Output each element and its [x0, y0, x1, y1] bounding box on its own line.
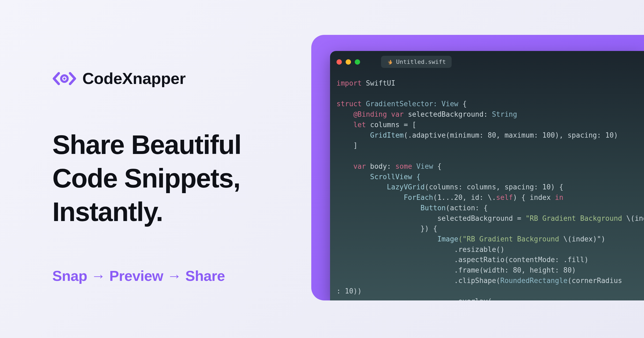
swift-icon: [387, 59, 393, 65]
titlebar: Untitled.swift: [330, 51, 644, 73]
arrow-icon: →: [91, 268, 106, 284]
tagline-step-preview: Preview: [109, 268, 163, 284]
file-tab-label: Untitled.swift: [396, 58, 446, 65]
tagline-step-share: Share: [185, 268, 225, 284]
maximize-icon[interactable]: [355, 59, 360, 65]
headline: Share BeautifulCode Snippets,Instantly.: [52, 128, 299, 229]
tagline: Snap → Preview → Share: [52, 267, 299, 284]
editor-window: Untitled.swift import SwiftUI struct Gra…: [330, 51, 644, 300]
traffic-lights: [336, 59, 360, 65]
svg-point-1: [63, 78, 65, 80]
tagline-step-snap: Snap: [52, 268, 87, 284]
logo-icon: [52, 71, 76, 87]
file-tab[interactable]: Untitled.swift: [381, 56, 452, 68]
arrow-icon: →: [167, 268, 182, 284]
brand-name: CodeXnapper: [82, 69, 186, 88]
logo-row: CodeXnapper: [52, 69, 299, 88]
minimize-icon[interactable]: [346, 59, 351, 65]
close-icon[interactable]: [336, 59, 342, 65]
code-snapshot-frame: Untitled.swift import SwiftUI struct Gra…: [311, 35, 644, 300]
code-content: import SwiftUI struct GradientSelector: …: [330, 73, 644, 300]
